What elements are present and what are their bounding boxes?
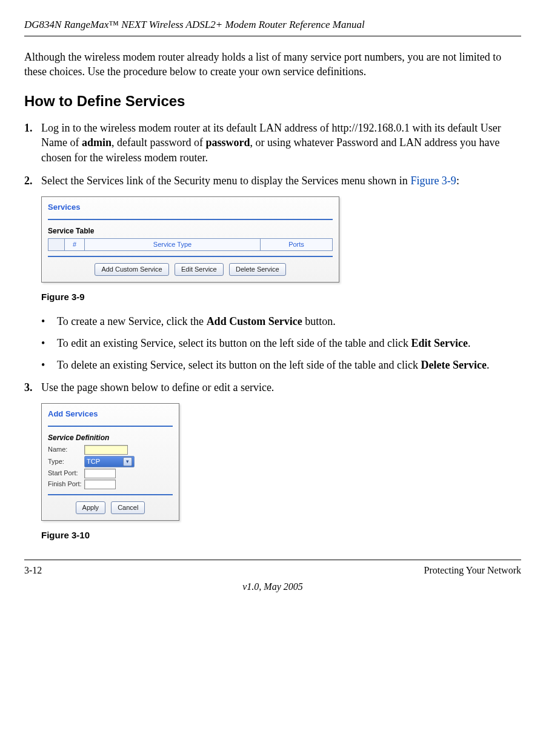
- bullet-edit: • To edit an existing Service, select it…: [41, 336, 521, 350]
- figure-3-10: Add Services Service Definition Name: Ty…: [41, 403, 521, 521]
- add-services-buttons: Apply Cancel: [48, 501, 173, 514]
- bullet-delete-pre: To delete an existing Service, select it…: [57, 359, 421, 371]
- finish-port-label: Finish Port:: [48, 480, 84, 489]
- step-2: 2. Select the Services link of the Secur…: [24, 173, 521, 188]
- footer-right: Protecting Your Network: [424, 564, 521, 577]
- type-select-value: TCP: [87, 457, 100, 466]
- services-buttons: Add Custom Service Edit Service Delete S…: [48, 263, 333, 276]
- add-services-panel: Add Services Service Definition Name: Ty…: [41, 403, 179, 521]
- step-1-admin: admin: [82, 136, 112, 149]
- figure-3-9-link[interactable]: Figure 3-9: [410, 175, 456, 187]
- divider: [48, 256, 333, 257]
- apply-button[interactable]: Apply: [76, 501, 106, 514]
- doc-header: DG834N RangeMax™ NEXT Wireless ADSL2+ Mo…: [24, 18, 521, 36]
- service-definition-label: Service Definition: [48, 433, 173, 443]
- finish-port-input[interactable]: [84, 480, 116, 489]
- bullet-edit-text: To edit an existing Service, select its …: [57, 336, 521, 350]
- step-3-text: Use the page shown below to define or ed…: [41, 380, 521, 395]
- bullet-delete: • To delete an existing Service, select …: [41, 358, 521, 372]
- bullet-delete-bold: Delete Service: [421, 359, 487, 371]
- name-input[interactable]: [84, 445, 128, 455]
- start-port-label: Start Port:: [48, 469, 84, 478]
- add-services-title: Add Services: [48, 409, 173, 420]
- type-label: Type:: [48, 457, 84, 466]
- table-col-select: [48, 238, 65, 250]
- bullet-add-text: To create a new Service, click the Add C…: [57, 314, 521, 329]
- page-number: 3-12: [24, 564, 42, 577]
- delete-service-button[interactable]: Delete Service: [229, 263, 286, 276]
- divider: [48, 494, 173, 495]
- footer-version: v1.0, May 2005: [24, 580, 521, 594]
- bullet-delete-post: .: [487, 359, 490, 371]
- step-3: 3. Use the page shown below to define or…: [24, 380, 521, 395]
- section-heading: How to Define Services: [24, 92, 521, 111]
- bullet-dot: •: [41, 358, 57, 372]
- step-1-mid: , default password of: [112, 136, 205, 149]
- services-title: Services: [48, 202, 333, 213]
- bullet-add: • To create a new Service, click the Add…: [41, 314, 521, 329]
- table-col-num: #: [65, 238, 85, 250]
- step-2-pre: Select the Services link of the Security…: [41, 175, 410, 187]
- step-3-number: 3.: [24, 380, 41, 395]
- bullet-dot: •: [41, 336, 57, 350]
- divider: [48, 426, 173, 427]
- service-table-label: Service Table: [48, 226, 333, 236]
- intro-paragraph: Although the wireless modem router alrea…: [24, 50, 521, 79]
- step-1-text: Log in to the wireless modem router at i…: [41, 121, 521, 165]
- add-custom-service-button[interactable]: Add Custom Service: [95, 263, 168, 276]
- bullet-delete-text: To delete an existing Service, select it…: [57, 358, 521, 372]
- page-footer: 3-12 Protecting Your Network: [24, 560, 521, 577]
- bullet-dot: •: [41, 314, 57, 329]
- bullet-edit-pre: To edit an existing Service, select its …: [57, 337, 411, 349]
- name-label: Name:: [48, 445, 84, 454]
- type-select[interactable]: TCP ▾: [84, 456, 135, 467]
- bullet-add-bold: Add Custom Service: [207, 315, 302, 327]
- step-2-number: 2.: [24, 173, 41, 188]
- bullet-add-post: button.: [302, 315, 336, 327]
- bullet-edit-post: .: [468, 337, 471, 349]
- step-2-after: :: [456, 175, 459, 187]
- chevron-down-icon: ▾: [123, 457, 132, 466]
- services-panel: Services Service Table # Service Type Po…: [41, 196, 339, 282]
- table-col-ports: Ports: [261, 238, 333, 250]
- bullet-add-pre: To create a new Service, click the: [57, 315, 207, 327]
- figure-3-9-caption: Figure 3-9: [41, 291, 521, 303]
- start-port-input[interactable]: [84, 469, 116, 478]
- bullet-edit-bold: Edit Service: [411, 337, 468, 349]
- figure-3-9: Services Service Table # Service Type Po…: [41, 196, 521, 282]
- figure-3-10-caption: Figure 3-10: [41, 529, 521, 541]
- divider: [48, 219, 333, 220]
- step-1-password: password: [205, 136, 250, 149]
- cancel-button[interactable]: Cancel: [111, 501, 145, 514]
- step-2-text: Select the Services link of the Security…: [41, 173, 521, 188]
- service-table: # Service Type Ports: [48, 238, 333, 251]
- edit-service-button[interactable]: Edit Service: [175, 263, 224, 276]
- step-1-number: 1.: [24, 121, 41, 165]
- step-1: 1. Log in to the wireless modem router a…: [24, 121, 521, 165]
- table-col-type: Service Type: [85, 238, 261, 250]
